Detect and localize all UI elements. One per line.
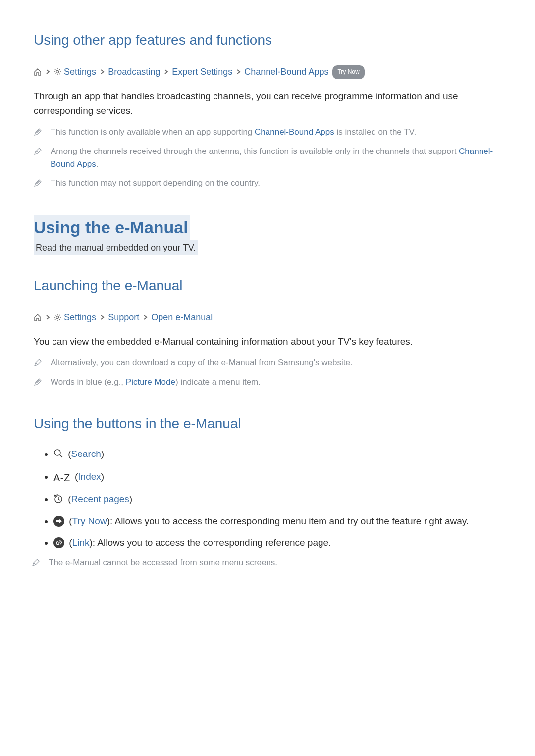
note-item: Alternatively, you can download a copy o…	[34, 356, 501, 369]
link-circle-icon	[54, 537, 64, 548]
chevron-right-icon	[163, 63, 168, 68]
note-item: The e-Manual cannot be accessed from som…	[32, 556, 501, 569]
bullet-list: (Search) A-Z (Index) (Recent pages) (Try…	[34, 447, 501, 550]
note-item: This function is only available when an …	[34, 126, 501, 139]
pencil-note-icon	[34, 378, 42, 386]
note-text-part: Words in blue (e.g.,	[51, 377, 126, 387]
breadcrumb: Settings Broadcasting Expert Settings Ch…	[34, 63, 501, 80]
list-item-trynow: (Try Now): Allows you to access the corr…	[54, 514, 501, 529]
bullet-desc: : Allows you to access the corresponding…	[93, 537, 331, 548]
breadcrumb-item[interactable]: Settings	[64, 67, 96, 77]
body-text: Through an app that handles broadcasting…	[34, 89, 501, 118]
note-text: Alternatively, you can download a copy o…	[51, 356, 353, 369]
chevron-right-icon	[143, 309, 148, 314]
az-index-icon: A-Z	[54, 470, 70, 485]
note-text-part: This function is only available when an …	[51, 127, 255, 137]
bullet-label[interactable]: Recent pages	[71, 494, 129, 504]
breadcrumb-item[interactable]: Open e-Manual	[151, 312, 213, 322]
section-other-app-features: Using other app features and functions S…	[34, 30, 501, 190]
trynow-circle-icon	[54, 516, 64, 527]
breadcrumb: Settings Support Open e-Manual	[34, 309, 501, 325]
note-item: Among the channels received through the …	[34, 145, 501, 171]
chevron-right-icon	[100, 309, 105, 314]
note-text-part: ) indicate a menu item.	[175, 377, 261, 387]
note-text: The e-Manual cannot be accessed from som…	[49, 556, 277, 569]
list-item-index: A-Z (Index)	[54, 470, 501, 485]
bullet-label[interactable]: Link	[72, 537, 90, 548]
section-launching-emanual: Launching the e-Manual Settings Support …	[34, 275, 501, 389]
breadcrumb-item[interactable]: Broadcasting	[108, 67, 160, 77]
note-list: Alternatively, you can download a copy o…	[34, 356, 501, 389]
note-text-part: .	[96, 159, 99, 169]
list-item-link: (Link): Allows you to access the corresp…	[54, 536, 501, 550]
note-text: This function is only available when an …	[51, 126, 416, 139]
section-buttons-emanual: Using the buttons in the e-Manual (Searc…	[34, 413, 501, 569]
note-item: This function may not support depending …	[34, 177, 501, 190]
pencil-note-icon	[34, 179, 42, 187]
note-item: Words in blue (e.g., Picture Mode) indic…	[34, 376, 501, 389]
home-icon	[34, 65, 42, 73]
note-text: Words in blue (e.g., Picture Mode) indic…	[51, 376, 261, 389]
note-text-part: is installed on the TV.	[334, 127, 416, 137]
chevron-right-icon	[45, 309, 50, 314]
breadcrumb-item[interactable]: Channel-Bound Apps	[244, 67, 328, 77]
pencil-note-icon	[34, 128, 42, 136]
page-subtitle: Read the manual embedded on your TV.	[34, 240, 198, 255]
bullet-desc: : Allows you to access the corresponding…	[110, 516, 469, 526]
gear-icon	[54, 65, 61, 73]
section-title: Using other app features and functions	[34, 30, 501, 50]
try-now-badge[interactable]: Try Now	[332, 65, 364, 79]
chevron-right-icon	[45, 63, 50, 68]
breadcrumb-item[interactable]: Support	[108, 312, 139, 322]
bullet-label[interactable]: Try Now	[72, 516, 107, 526]
breadcrumb-item[interactable]: Settings	[64, 312, 96, 322]
inline-link[interactable]: Picture Mode	[126, 377, 175, 387]
bullet-label[interactable]: Index	[78, 471, 101, 482]
section-title: Using the buttons in the e-Manual	[34, 413, 501, 434]
main-heading-block: Using the e-Manual Read the manual embed…	[34, 215, 501, 255]
page-title: Using the e-Manual	[34, 215, 188, 240]
note-text: This function may not support depending …	[51, 177, 260, 190]
gear-icon	[54, 310, 61, 318]
history-icon	[54, 494, 63, 508]
breadcrumb-item[interactable]: Expert Settings	[172, 67, 232, 77]
chevron-right-icon	[236, 63, 241, 68]
list-item-recent: (Recent pages)	[54, 492, 501, 508]
pencil-note-icon	[34, 147, 42, 155]
note-list: This function is only available when an …	[34, 126, 501, 190]
search-icon	[54, 449, 63, 463]
note-text: Among the channels received through the …	[51, 145, 501, 171]
pencil-note-icon	[34, 358, 42, 366]
bullet-label[interactable]: Search	[71, 449, 101, 459]
inline-link[interactable]: Channel-Bound Apps	[255, 127, 334, 137]
pencil-note-icon	[32, 558, 40, 566]
list-item-search: (Search)	[54, 447, 501, 463]
section-title: Launching the e-Manual	[34, 275, 501, 296]
chevron-right-icon	[100, 63, 105, 68]
body-text: You can view the embedded e-Manual conta…	[34, 334, 501, 349]
note-text-part: Among the channels received through the …	[51, 147, 459, 156]
home-icon	[34, 310, 42, 318]
